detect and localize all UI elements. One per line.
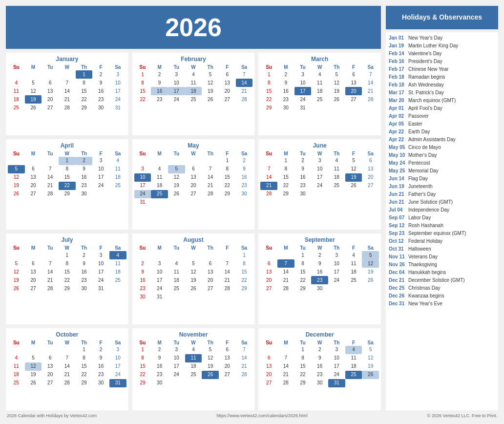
day-cell: 16 bbox=[134, 276, 151, 284]
day-cell: 22 bbox=[219, 182, 236, 190]
day-header: Tu bbox=[294, 245, 312, 251]
day-cell: 18 bbox=[185, 87, 202, 95]
day-cell: 20 bbox=[219, 87, 236, 95]
holiday-name: Juneteenth bbox=[408, 183, 433, 190]
holiday-date: Jul 04 bbox=[389, 207, 406, 213]
holiday-date: Dec 04 bbox=[389, 269, 406, 276]
holiday-item: Jul 04Independence Day bbox=[389, 206, 495, 214]
day-cell bbox=[8, 70, 25, 79]
day-header: F bbox=[92, 64, 109, 70]
day-header: Sa bbox=[109, 150, 126, 157]
day-cell bbox=[202, 157, 219, 165]
holiday-item: Sep 07Labor Day bbox=[389, 214, 495, 222]
holiday-item: Nov 26Thanksgiving bbox=[389, 261, 495, 269]
day-cell bbox=[345, 379, 362, 387]
day-cell bbox=[202, 293, 219, 301]
day-cell: 14 bbox=[42, 268, 59, 276]
day-cell: 7 bbox=[236, 70, 253, 79]
month-december: DecemberSuMTuWThFSa123456789101112131415… bbox=[258, 328, 381, 411]
day-cell: 14 bbox=[59, 362, 76, 371]
day-cell: 29 bbox=[277, 190, 294, 198]
year-header: 2026 bbox=[6, 6, 381, 49]
day-cell: 3 bbox=[151, 259, 168, 268]
day-cell: 28 bbox=[42, 190, 59, 198]
day-cell bbox=[236, 379, 253, 387]
day-header: W bbox=[59, 64, 76, 70]
holiday-date: Feb 14 bbox=[389, 50, 406, 57]
holiday-date: Jan 19 bbox=[389, 42, 406, 49]
day-cell: 31 bbox=[328, 379, 345, 387]
day-cell: 22 bbox=[260, 95, 277, 104]
holiday-name: Ramadan begins bbox=[408, 74, 445, 80]
day-cell bbox=[328, 190, 345, 198]
day-cell: 1 bbox=[236, 251, 253, 259]
day-cell: 1 bbox=[59, 157, 76, 165]
day-cell bbox=[185, 157, 202, 165]
day-cell: 30 bbox=[134, 293, 151, 301]
day-header: F bbox=[345, 150, 362, 157]
day-header: Sa bbox=[362, 339, 379, 346]
day-cell: 13 bbox=[260, 268, 277, 276]
day-cell: 2 bbox=[151, 70, 168, 79]
day-cell: 11 bbox=[345, 259, 362, 268]
day-cell: 18 bbox=[168, 276, 185, 284]
holiday-name: Martin Luther King Day bbox=[408, 42, 458, 49]
holiday-name: Pentecost bbox=[408, 160, 430, 166]
day-cell: 15 bbox=[76, 362, 93, 371]
day-header: W bbox=[59, 245, 76, 251]
day-cell: 14 bbox=[277, 268, 294, 276]
holiday-date: Feb 16 bbox=[389, 58, 406, 64]
day-header: M bbox=[277, 245, 294, 251]
holiday-date: Oct 12 bbox=[389, 238, 406, 244]
day-cell: 25 bbox=[328, 182, 345, 190]
day-header: Th bbox=[328, 245, 345, 251]
holiday-item: Mar 20March equinox (GMT) bbox=[389, 97, 495, 105]
day-cell: 1 bbox=[134, 346, 151, 354]
day-cell bbox=[185, 293, 202, 301]
day-cell: 25 bbox=[168, 284, 185, 293]
holiday-name: Chinese New Year bbox=[408, 66, 448, 72]
day-cell: 22 bbox=[294, 276, 312, 284]
holiday-date: May 24 bbox=[389, 160, 406, 166]
day-cell: 25 bbox=[185, 95, 202, 104]
day-cell: 21 bbox=[236, 362, 253, 371]
day-cell: 25 bbox=[185, 371, 202, 379]
day-cell: 4 bbox=[345, 251, 362, 259]
holiday-name: Admin Assistants Day bbox=[408, 136, 456, 143]
day-header: Sa bbox=[109, 245, 126, 251]
day-cell: 30 bbox=[311, 379, 328, 387]
holiday-item: Dec 31New Year's Eve bbox=[389, 300, 495, 308]
holiday-item: Feb 18Ash Wednesday bbox=[389, 81, 495, 89]
page: 2026 JanuarySuMTuWThFSa12345678910111213… bbox=[0, 0, 504, 424]
holiday-date: Mar 17 bbox=[389, 89, 406, 96]
day-cell: 4 bbox=[8, 354, 25, 362]
day-cell: 19 bbox=[362, 268, 379, 276]
holiday-name: Flag Day bbox=[408, 175, 428, 182]
day-header: Su bbox=[8, 245, 25, 251]
month-october: OctoberSuMTuWThFSa1234567891011121314151… bbox=[6, 328, 128, 411]
day-cell: 21 bbox=[42, 182, 59, 190]
day-header: Th bbox=[76, 339, 93, 346]
day-cell: 19 bbox=[25, 371, 42, 379]
day-header: Su bbox=[260, 150, 277, 157]
day-cell: 21 bbox=[362, 87, 379, 95]
day-cell: 2 bbox=[76, 251, 93, 259]
day-header: Tu bbox=[294, 64, 312, 70]
day-cell: 15 bbox=[236, 268, 253, 276]
day-cell: 8 bbox=[76, 79, 93, 87]
day-header: M bbox=[277, 64, 294, 70]
month-september: SeptemberSuMTuWThFSa12345678910111213141… bbox=[258, 233, 381, 324]
day-cell: 18 bbox=[109, 173, 126, 182]
day-cell: 7 bbox=[277, 259, 294, 268]
day-cell: 12 bbox=[8, 268, 25, 276]
day-cell: 27 bbox=[260, 284, 277, 293]
day-cell: 2 bbox=[92, 346, 109, 354]
day-cell: 6 bbox=[362, 157, 379, 165]
day-cell: 7 bbox=[42, 165, 59, 173]
day-header: W bbox=[185, 245, 202, 251]
day-cell: 7 bbox=[202, 165, 219, 173]
day-cell: 27 bbox=[202, 284, 219, 293]
month-title: May bbox=[134, 141, 253, 150]
day-cell bbox=[59, 70, 76, 79]
day-cell bbox=[8, 346, 25, 354]
